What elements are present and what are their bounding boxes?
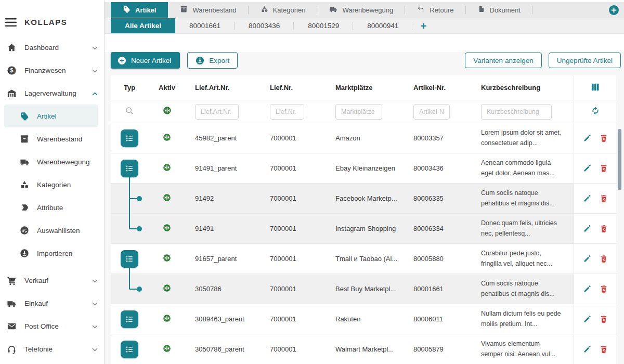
delete-button[interactable] — [600, 255, 608, 263]
column-settings-button[interactable] — [574, 75, 616, 100]
unverified-articles-button[interactable]: Ungeprüfte Artikel — [549, 53, 621, 68]
table-row[interactable]: 91491 7000001 Instagram Shopping 8000633… — [111, 214, 616, 244]
column-header-typ[interactable]: Typ — [111, 75, 148, 100]
edit-button[interactable] — [583, 284, 592, 293]
sidebar-item-post-office[interactable]: Post Office — [0, 315, 104, 337]
table-row[interactable]: 91657_parent 7000001 Tmall и Taobao (Al.… — [111, 244, 616, 274]
tab-kategorien[interactable]: Kategorien — [249, 2, 318, 18]
vertical-scrollbar[interactable] — [618, 129, 621, 190]
menu-icon[interactable] — [5, 18, 17, 27]
cell-marktplaetze: Walmart Marketpl... — [326, 334, 404, 364]
filter-artikel-nr-input[interactable] — [413, 104, 450, 120]
show-variants-button[interactable]: Varianten anzeigen — [465, 53, 541, 68]
sidebar-item-warenbewegung[interactable]: Warenbewegung — [0, 150, 104, 173]
export-button[interactable]: Export — [187, 52, 238, 69]
sidebar-item-telefonie[interactable]: Telefonie — [0, 337, 104, 360]
add-article-tab-button[interactable]: + — [412, 18, 434, 33]
download-circle-icon — [19, 249, 30, 258]
sidebar-item-verkauf[interactable]: Verkauf — [0, 269, 104, 292]
table-row[interactable]: 3050786_parent 7000001 Walmart Marketpl.… — [111, 334, 616, 364]
filter-lief-art-nr-input[interactable] — [195, 104, 239, 120]
sidebar-item-dashboard[interactable]: Dashboard — [0, 36, 104, 59]
cell-artikel-nr: 80006334 — [404, 214, 472, 243]
delete-button[interactable] — [600, 315, 608, 323]
chevron-up-icon — [92, 89, 98, 97]
cell-aktiv — [148, 184, 186, 213]
delete-button[interactable] — [600, 134, 608, 142]
stock-box-icon — [19, 134, 30, 144]
table-row[interactable]: 91492 7000001 Facebook Marketp... 800063… — [111, 184, 616, 214]
filter-marktplaetze-input[interactable] — [335, 104, 382, 120]
edit-button[interactable] — [583, 194, 592, 203]
table-row[interactable]: 45982_parent 7000001 Amazon 80003357 Lor… — [111, 123, 616, 153]
cell-actions — [574, 304, 616, 334]
delete-button[interactable] — [600, 194, 608, 203]
tab-artikel[interactable]: Artikel — [111, 2, 168, 18]
cell-actions — [574, 334, 616, 364]
sidebar-item-importieren[interactable]: Importieren — [0, 242, 104, 265]
edit-button[interactable] — [583, 224, 592, 233]
sidebar-item-auswahllisten[interactable]: Auswahllisten — [0, 219, 104, 242]
column-header-lief-art-nr[interactable]: Lief.Art.Nr. — [186, 75, 261, 100]
article-type-button[interactable] — [121, 129, 138, 147]
plus-circle-icon — [118, 56, 126, 65]
sidebar-item-artikel[interactable]: Artikel — [4, 105, 98, 127]
chevron-down-icon — [92, 345, 98, 353]
cell-lief-nr: 7000001 — [261, 184, 326, 213]
table-row[interactable]: 3050786 7000001 Best Buy Marketpl... 800… — [111, 274, 616, 304]
edit-button[interactable] — [583, 345, 592, 354]
cell-kurzbeschreibung: Lorem ipsum dolor sit amet, consectetuer… — [472, 123, 574, 153]
article-type-button[interactable] — [121, 341, 138, 358]
tab-warenbewegung[interactable]: Warenbewegung — [317, 2, 405, 18]
sidebar-item-lagerverwaltung[interactable]: Lagerverwaltung — [0, 82, 104, 105]
subtab-alle-artikel[interactable]: Alle Artikel — [111, 18, 175, 33]
add-module-tab-button[interactable] — [608, 5, 619, 16]
delete-button[interactable] — [600, 164, 608, 173]
delete-button[interactable] — [600, 345, 608, 354]
column-header-kurzbeschreibung[interactable]: Kurzbeschreibung — [472, 75, 574, 100]
chevron-down-icon — [92, 44, 98, 51]
subtab-article[interactable]: 80001661 — [175, 18, 235, 33]
subtab-article[interactable]: 80000941 — [353, 18, 412, 33]
sidebar-item-einkauf[interactable]: Einkauf — [0, 292, 104, 315]
delete-button[interactable] — [600, 285, 608, 293]
sidebar-item-attribute[interactable]: Attribute — [0, 196, 104, 219]
column-header-lief-nr[interactable]: Lief.Nr. — [261, 75, 326, 100]
table-row[interactable]: 91491_parent 7000001 Ebay Kleinanzeigen … — [111, 153, 616, 184]
edit-button[interactable] — [583, 134, 592, 142]
filter-typ[interactable] — [111, 100, 148, 123]
tab-dokument[interactable]: Dokument — [466, 2, 532, 18]
table-row[interactable]: 3089463_parent 7000001 Rakuten 80006011 … — [111, 304, 616, 334]
sidebar-item-kategorien[interactable]: Kategorien — [0, 173, 104, 196]
subtab-article[interactable]: 80003436 — [235, 18, 294, 33]
column-header-artikel-nr[interactable]: Artikel-Nr. — [404, 75, 472, 100]
edit-button[interactable] — [583, 164, 592, 173]
filter-kurzbeschreibung-input[interactable] — [481, 104, 552, 120]
tag-icon — [19, 111, 30, 121]
column-header-marktplaetze[interactable]: Marktplätze — [326, 75, 404, 100]
subtab-article[interactable]: 80001529 — [294, 18, 353, 33]
filter-lief-nr-input[interactable] — [270, 104, 304, 120]
filter-aktiv-toggle[interactable] — [148, 100, 186, 123]
tab-warenbestand[interactable]: Warenbestand — [168, 2, 248, 18]
article-type-button[interactable] — [121, 160, 138, 177]
new-article-button[interactable]: Neuer Artikel — [111, 52, 180, 69]
column-header-aktiv[interactable]: Aktiv — [148, 75, 186, 100]
cell-actions — [574, 123, 616, 153]
mail-icon — [5, 321, 18, 331]
cell-artikel-nr: 80003357 — [404, 123, 472, 153]
toolbar: Neuer Artikel Export Varianten anzeigen … — [111, 52, 621, 69]
delete-button[interactable] — [600, 225, 608, 233]
article-type-button[interactable] — [121, 250, 138, 268]
headset-icon — [5, 344, 18, 354]
article-type-button[interactable] — [121, 310, 138, 328]
edit-button[interactable] — [583, 315, 592, 323]
tab-retoure[interactable]: Retoure — [405, 2, 465, 18]
cell-lief-art-nr: 3089463_parent — [186, 304, 261, 334]
columns-icon — [590, 82, 600, 94]
edit-button[interactable] — [583, 254, 592, 263]
cell-typ — [111, 274, 148, 304]
refresh-button[interactable] — [574, 100, 616, 123]
sidebar-item-finanzwesen[interactable]: $ Finanzwesen — [0, 59, 104, 82]
sidebar-item-warenbestand[interactable]: Warenbestand — [0, 127, 104, 150]
